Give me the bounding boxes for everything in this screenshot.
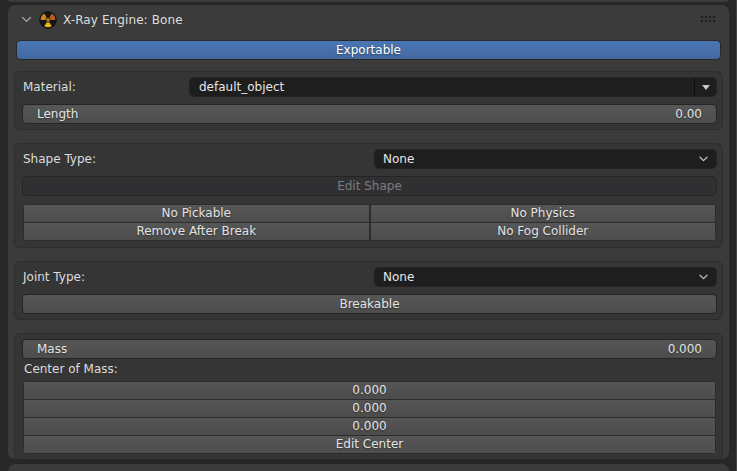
material-value[interactable]: default_object: [190, 78, 694, 96]
remove-after-break-toggle[interactable]: Remove After Break: [24, 223, 369, 240]
panel-header[interactable]: X-Ray Engine: Bone: [8, 5, 729, 34]
triangle-down-icon: [702, 85, 710, 90]
joint-type-dropdown[interactable]: None: [375, 268, 716, 286]
no-fog-collider-toggle[interactable]: No Fog Collider: [371, 223, 716, 240]
xray-bone-panel: X-Ray Engine: Bone Exportable Material: …: [8, 5, 729, 459]
shape-type-row: Shape Type: None: [23, 150, 716, 168]
center-y-field[interactable]: 0.000: [24, 400, 715, 417]
shape-type-value: None: [383, 152, 414, 166]
joint-type-value: None: [383, 270, 414, 284]
chevron-down-icon: [699, 156, 708, 162]
properties-editor: X-Ray Engine: Bone Exportable Material: …: [0, 0, 737, 471]
chevron-down-icon[interactable]: [21, 16, 32, 23]
material-field[interactable]: default_object: [190, 78, 716, 96]
radiation-icon: [39, 11, 57, 29]
center-of-mass-label: Center of Mass:: [24, 362, 716, 377]
length-label: Length: [37, 107, 78, 121]
material-label: Material:: [23, 80, 190, 94]
mass-value: 0.000: [668, 342, 702, 356]
edit-center-button[interactable]: Edit Center: [24, 436, 715, 453]
joint-box: Joint Type: None Breakable: [14, 261, 723, 320]
mass-label: Mass: [37, 342, 67, 356]
no-pickable-toggle[interactable]: No Pickable: [24, 205, 369, 222]
breakable-toggle[interactable]: Breakable: [23, 295, 716, 313]
material-dropdown-button[interactable]: [694, 78, 716, 96]
material-box: Material: default_object Length 0.00: [14, 71, 723, 130]
shape-type-label: Shape Type:: [23, 152, 375, 166]
chevron-down-icon: [699, 274, 708, 280]
joint-type-label: Joint Type:: [23, 270, 375, 284]
center-of-mass-stack: 0.000 0.000 0.000 Edit Center: [23, 381, 716, 454]
next-panel-edge: [8, 464, 729, 471]
length-value: 0.00: [675, 107, 702, 121]
no-physics-toggle[interactable]: No Physics: [371, 205, 716, 222]
length-slider[interactable]: Length 0.00: [23, 105, 716, 123]
mass-box: Mass 0.000 Center of Mass: 0.000 0.000 0…: [14, 333, 723, 459]
collision-toggle-grid: No Pickable No Physics Remove After Brea…: [23, 204, 716, 241]
drag-grip-icon[interactable]: [701, 16, 715, 23]
previous-panel-edge: [8, 0, 729, 2]
mass-slider[interactable]: Mass 0.000: [23, 340, 716, 358]
center-x-field[interactable]: 0.000: [24, 382, 715, 399]
material-row: Material: default_object: [23, 78, 716, 96]
shape-type-dropdown[interactable]: None: [375, 150, 716, 168]
edit-shape-button: Edit Shape: [23, 177, 716, 195]
panel-title: X-Ray Engine: Bone: [63, 13, 183, 27]
center-z-field[interactable]: 0.000: [24, 418, 715, 435]
exportable-toggle[interactable]: Exportable: [17, 41, 720, 59]
joint-type-row: Joint Type: None: [23, 268, 716, 286]
shape-box: Shape Type: None Edit Shape No Pickable …: [14, 143, 723, 248]
